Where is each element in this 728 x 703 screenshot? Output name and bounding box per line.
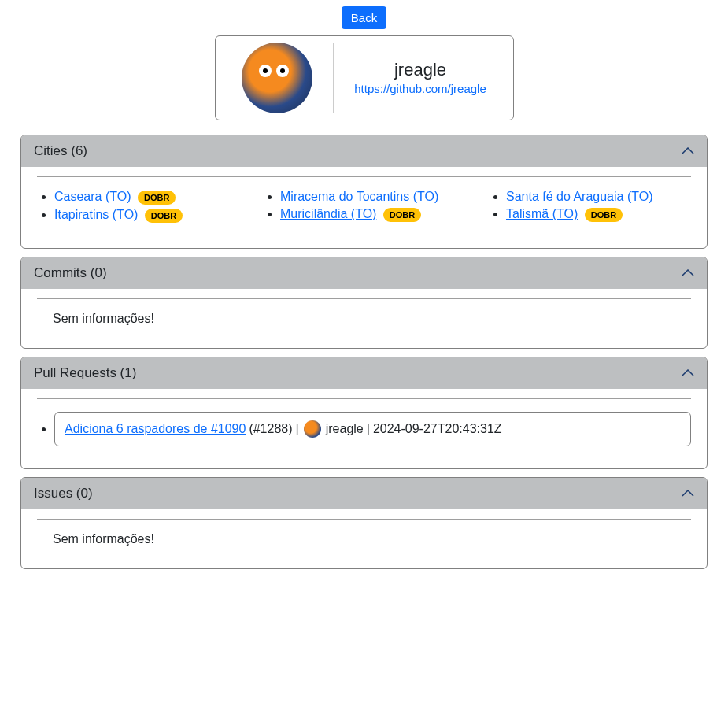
profile-name: jreagle [354, 60, 486, 80]
pull-request-link[interactable]: Adiciona 6 raspadores de #1090 [65, 422, 246, 436]
city-item: Muricilândia (TO) DOBR [280, 207, 465, 222]
cities-columns: Caseara (TO) DOBRItapiratins (TO) DOBRMi… [37, 190, 691, 226]
commits-panel-title: Commits (0) [34, 265, 107, 281]
chevron-up-icon [682, 490, 694, 498]
divider [37, 298, 691, 299]
profile-card: jreagle https://github.com/jreagle [215, 35, 514, 120]
commits-empty-message: Sem informações! [37, 312, 691, 326]
separator: | [296, 422, 299, 436]
pulls-panel-title: Pull Requests (1) [34, 365, 136, 381]
city-item: Talismã (TO) DOBR [506, 207, 691, 222]
chevron-up-icon [682, 269, 694, 277]
pull-request-box: Adiciona 6 raspadores de #1090 (#1288) |… [54, 412, 691, 446]
divider [37, 398, 691, 399]
divider [37, 519, 691, 520]
city-badge: DOBR [383, 208, 421, 222]
issues-panel: Issues (0) Sem informações! [20, 477, 708, 569]
chevron-up-icon [682, 147, 694, 155]
commits-panel: Commits (0) Sem informações! [20, 257, 708, 349]
profile-url-link[interactable]: https://github.com/jreagle [354, 82, 486, 95]
cities-panel: Cities (6) Caseara (TO) DOBRItapiratins … [20, 135, 708, 249]
pulls-panel: Pull Requests (1) Adiciona 6 raspadores … [20, 357, 708, 469]
city-link[interactable]: Miracema do Tocantins (TO) [280, 190, 438, 203]
issues-panel-header[interactable]: Issues (0) [21, 478, 707, 509]
cities-panel-title: Cities (6) [34, 143, 87, 159]
vertical-divider [333, 43, 334, 113]
city-badge: DOBR [138, 191, 176, 205]
chevron-up-icon [682, 369, 694, 377]
pull-request-number: (#1288) [249, 422, 292, 436]
city-link[interactable]: Santa fé do Araguaia (TO) [506, 190, 652, 203]
divider [37, 176, 691, 177]
back-button[interactable]: Back [342, 6, 386, 29]
city-link[interactable]: Caseara (TO) [54, 190, 131, 203]
issues-panel-title: Issues (0) [34, 486, 93, 501]
city-item: Itapiratins (TO) DOBR [54, 208, 239, 223]
pull-request-item: Adiciona 6 raspadores de #1090 (#1288) |… [54, 412, 691, 446]
avatar [242, 43, 312, 113]
city-badge: DOBR [145, 209, 183, 223]
issues-empty-message: Sem informações! [37, 532, 691, 546]
pulls-panel-header[interactable]: Pull Requests (1) [21, 357, 707, 389]
city-item: Santa fé do Araguaia (TO) [506, 190, 691, 204]
city-item: Caseara (TO) DOBR [54, 190, 239, 205]
cities-panel-header[interactable]: Cities (6) [21, 135, 707, 167]
separator: | [367, 422, 370, 436]
pull-request-list: Adiciona 6 raspadores de #1090 (#1288) |… [37, 412, 691, 446]
pull-request-author: jreagle [326, 422, 364, 436]
city-badge: DOBR [585, 208, 623, 222]
city-item: Miracema do Tocantins (TO) [280, 190, 465, 204]
pull-request-author-avatar [304, 420, 321, 438]
city-link[interactable]: Itapiratins (TO) [54, 208, 138, 221]
city-link[interactable]: Talismã (TO) [506, 207, 578, 220]
city-link[interactable]: Muricilândia (TO) [280, 207, 376, 220]
commits-panel-header[interactable]: Commits (0) [21, 257, 707, 289]
pull-request-date: 2024-09-27T20:43:31Z [373, 422, 502, 436]
